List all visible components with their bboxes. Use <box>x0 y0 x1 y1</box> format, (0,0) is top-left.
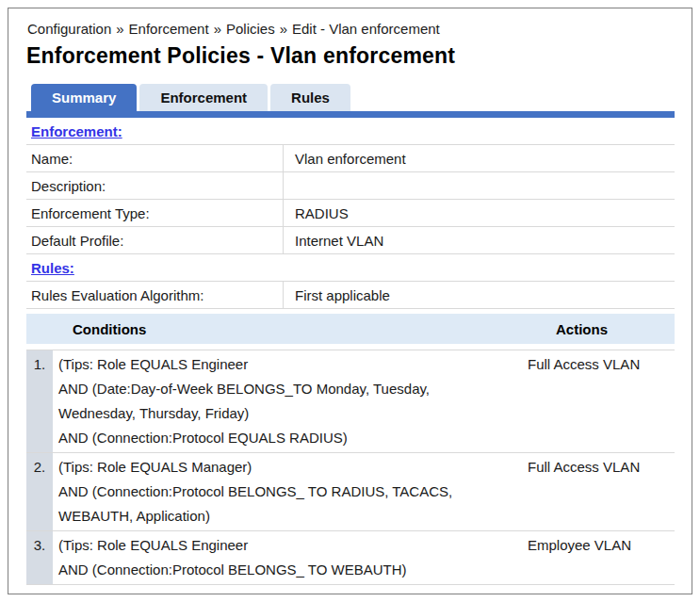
breadcrumb-item-policies[interactable]: Policies <box>226 21 275 37</box>
rule-row-3: 3. (Tips: Role EQUALS Engineer AND (Conn… <box>26 531 675 585</box>
name-value: Vlan enforcement <box>283 145 675 171</box>
enforcement-type-label: Enforcement Type: <box>26 200 283 226</box>
rule-2-conditions: (Tips: Role EQUALS Manager) AND (Connect… <box>53 453 528 530</box>
description-value <box>283 172 675 199</box>
rules-section-row: Rules: <box>26 254 675 282</box>
name-label: Name: <box>26 145 283 171</box>
rule-row-1: 1. (Tips: Role EQUALS Engineer AND (Date… <box>26 350 675 453</box>
tab-summary[interactable]: Summary <box>31 84 137 111</box>
rule-3-action: Employee VLAN <box>528 531 675 584</box>
breadcrumb: Configuration»Enforcement»Policies»Edit … <box>26 21 692 37</box>
name-row: Name: Vlan enforcement <box>26 145 675 172</box>
default-profile-value: Internet VLAN <box>283 227 675 253</box>
rule-3-conditions: (Tips: Role EQUALS Engineer AND (Connect… <box>53 531 528 584</box>
tab-enforcement[interactable]: Enforcement <box>139 84 268 111</box>
rules-table-header: Conditions Actions <box>26 314 675 344</box>
description-label: Description: <box>26 172 283 199</box>
tab-rules[interactable]: Rules <box>270 84 350 111</box>
page-title: Enforcement Policies - Vlan enforcement <box>26 43 692 69</box>
rule-3-number: 3. <box>26 531 53 584</box>
tab-accent-bar <box>26 111 675 118</box>
breadcrumb-separator: » <box>214 21 221 37</box>
conditions-column-header: Conditions <box>73 321 146 337</box>
breadcrumb-separator: » <box>280 21 287 37</box>
breadcrumb-item-current-page: Edit - Vlan enforcement <box>292 21 440 37</box>
tab-bar: Summary Enforcement Rules <box>31 84 692 111</box>
enforcement-type-row: Enforcement Type: RADIUS <box>26 200 675 227</box>
rule-1-action: Full Access VLAN <box>528 350 675 452</box>
rules-evaluation-label: Rules Evaluation Algorithm: <box>26 282 283 308</box>
rule-1-number: 1. <box>26 350 53 452</box>
rules-section-link[interactable]: Rules: <box>31 260 74 276</box>
rules-evaluation-value: First applicable <box>283 282 675 308</box>
breadcrumb-item-configuration[interactable]: Configuration <box>27 21 111 37</box>
rule-1-conditions: (Tips: Role EQUALS Engineer AND (Date:Da… <box>53 350 528 452</box>
actions-column-header: Actions <box>556 321 608 337</box>
enforcement-section-link[interactable]: Enforcement: <box>31 123 122 139</box>
app-window: Configuration»Enforcement»Policies»Edit … <box>8 8 692 594</box>
default-profile-row: Default Profile: Internet VLAN <box>26 227 675 254</box>
default-profile-label: Default Profile: <box>26 227 283 253</box>
summary-panel: Enforcement: Name: Vlan enforcement Desc… <box>26 118 675 585</box>
rule-2-number: 2. <box>26 453 53 530</box>
enforcement-section-row: Enforcement: <box>26 118 675 145</box>
rule-2-action: Full Access VLAN <box>528 453 675 530</box>
rules-evaluation-row: Rules Evaluation Algorithm: First applic… <box>26 282 675 309</box>
rule-row-2: 2. (Tips: Role EQUALS Manager) AND (Conn… <box>26 453 675 531</box>
enforcement-type-value: RADIUS <box>283 200 675 226</box>
description-row: Description: <box>26 172 675 200</box>
breadcrumb-separator: » <box>116 21 123 37</box>
rules-table: 1. (Tips: Role EQUALS Engineer AND (Date… <box>26 350 675 585</box>
breadcrumb-item-enforcement[interactable]: Enforcement <box>129 21 209 37</box>
